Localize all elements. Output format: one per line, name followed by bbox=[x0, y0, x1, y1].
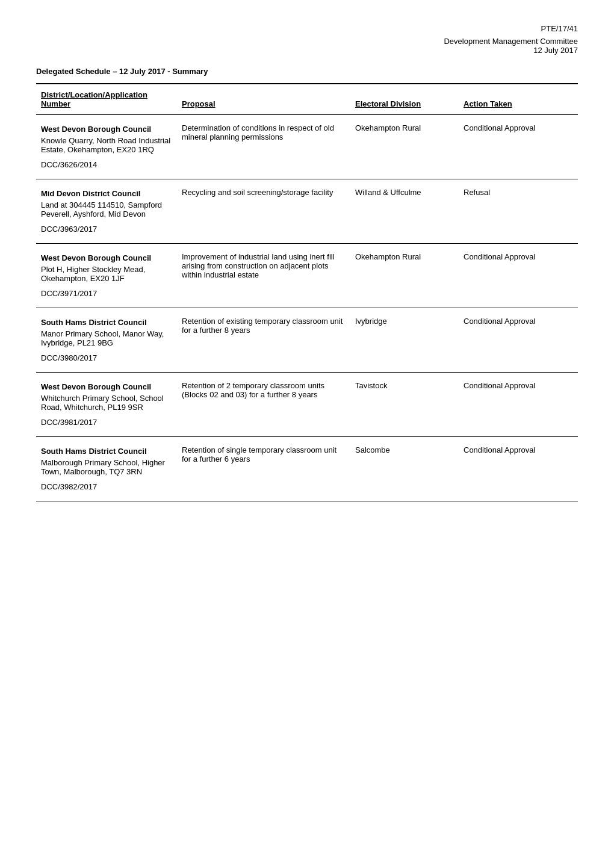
action-cell: Refusal bbox=[459, 179, 578, 244]
district-name: West Devon Borough Council bbox=[41, 125, 172, 134]
action-cell: Conditional Approval bbox=[459, 244, 578, 308]
district-cell: West Devon Borough Council Whitchurch Pr… bbox=[36, 373, 177, 437]
table-header-row: District/Location/Application Number Pro… bbox=[36, 84, 578, 115]
district-name: West Devon Borough Council bbox=[41, 382, 172, 391]
district-cell: South Hams District Council Malborough P… bbox=[36, 437, 177, 501]
committee-line2: 12 July 2017 bbox=[533, 46, 578, 55]
action-cell: Conditional Approval bbox=[459, 115, 578, 179]
table-row: West Devon Borough Council Plot H, Highe… bbox=[36, 244, 578, 308]
table-row: West Devon Borough Council Knowle Quarry… bbox=[36, 115, 578, 179]
schedule-title: Delegated Schedule – 12 July 2017 - Summ… bbox=[36, 67, 578, 76]
district-name: South Hams District Council bbox=[41, 318, 172, 327]
location: Malborough Primary School, Higher Town, … bbox=[41, 458, 172, 476]
app-number: DCC/3963/2017 bbox=[41, 225, 172, 234]
col-proposal-header: Proposal bbox=[177, 84, 350, 115]
committee-line1: Development Management Committee bbox=[444, 37, 578, 46]
table-row: West Devon Borough Council Whitchurch Pr… bbox=[36, 373, 578, 437]
header-right: PTE/17/41 Development Management Committ… bbox=[36, 24, 578, 55]
location: Land at 304445 114510, Sampford Peverell… bbox=[41, 200, 172, 219]
electoral-cell: Salcombe bbox=[350, 437, 459, 501]
app-number: DCC/3980/2017 bbox=[41, 353, 172, 362]
app-number: DCC/3981/2017 bbox=[41, 418, 172, 427]
app-number: DCC/3626/2014 bbox=[41, 160, 172, 169]
district-cell: West Devon Borough Council Plot H, Highe… bbox=[36, 244, 177, 308]
table-row: South Hams District Council Manor Primar… bbox=[36, 308, 578, 373]
district-cell: Mid Devon District Council Land at 30444… bbox=[36, 179, 177, 244]
committee-info: Development Management Committee 12 July… bbox=[36, 37, 578, 55]
proposal-cell: Recycling and soil screening/storage fac… bbox=[177, 179, 350, 244]
col-electoral-header: Electoral Division bbox=[350, 84, 459, 115]
location: Plot H, Higher Stockley Mead, Okehampton… bbox=[41, 265, 172, 283]
app-number: DCC/3982/2017 bbox=[41, 482, 172, 491]
action-cell: Conditional Approval bbox=[459, 437, 578, 501]
location: Knowle Quarry, North Road Industrial Est… bbox=[41, 136, 172, 154]
district-name: West Devon Borough Council bbox=[41, 253, 172, 262]
electoral-cell: Okehampton Rural bbox=[350, 115, 459, 179]
electoral-cell: Okehampton Rural bbox=[350, 244, 459, 308]
district-name: South Hams District Council bbox=[41, 447, 172, 456]
action-cell: Conditional Approval bbox=[459, 373, 578, 437]
table-row: South Hams District Council Malborough P… bbox=[36, 437, 578, 501]
location: Whitchurch Primary School, School Road, … bbox=[41, 394, 172, 412]
app-number: DCC/3971/2017 bbox=[41, 289, 172, 298]
district-cell: West Devon Borough Council Knowle Quarry… bbox=[36, 115, 177, 179]
location: Manor Primary School, Manor Way, Ivybrid… bbox=[41, 329, 172, 347]
main-table: District/Location/Application Number Pro… bbox=[36, 83, 578, 501]
proposal-cell: Retention of single temporary classroom … bbox=[177, 437, 350, 501]
col-action-header: Action Taken bbox=[459, 84, 578, 115]
proposal-cell: Retention of 2 temporary classroom units… bbox=[177, 373, 350, 437]
electoral-cell: Tavistock bbox=[350, 373, 459, 437]
electoral-cell: Ivybridge bbox=[350, 308, 459, 373]
proposal-cell: Improvement of industrial land using ine… bbox=[177, 244, 350, 308]
table-row: Mid Devon District Council Land at 30444… bbox=[36, 179, 578, 244]
electoral-cell: Willand & Uffculme bbox=[350, 179, 459, 244]
proposal-cell: Retention of existing temporary classroo… bbox=[177, 308, 350, 373]
district-cell: South Hams District Council Manor Primar… bbox=[36, 308, 177, 373]
district-name: Mid Devon District Council bbox=[41, 189, 172, 198]
action-cell: Conditional Approval bbox=[459, 308, 578, 373]
doc-id: PTE/17/41 bbox=[36, 24, 578, 33]
col-district-header: District/Location/Application Number bbox=[36, 84, 177, 115]
proposal-cell: Determination of conditions in respect o… bbox=[177, 115, 350, 179]
table-body: West Devon Borough Council Knowle Quarry… bbox=[36, 115, 578, 501]
